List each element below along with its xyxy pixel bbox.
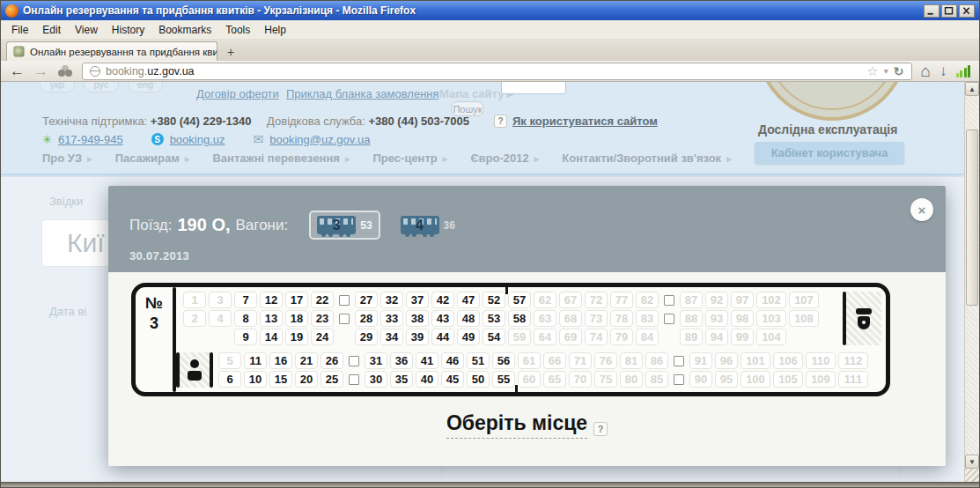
seat-50[interactable]: 50 bbox=[467, 371, 490, 388]
compartment-checkbox[interactable] bbox=[339, 295, 350, 306]
seat-25[interactable]: 25 bbox=[321, 371, 343, 388]
seat-6[interactable]: 6 bbox=[218, 371, 241, 388]
nav-item-5[interactable]: Контакти/Зворотний зв'язок ▸ bbox=[562, 152, 731, 165]
seat-11[interactable]: 11 bbox=[244, 352, 267, 369]
seat-37[interactable]: 37 bbox=[406, 292, 429, 308]
close-window-button[interactable] bbox=[959, 4, 975, 18]
compartment-checkbox[interactable] bbox=[664, 314, 674, 324]
seat-58[interactable]: 58 bbox=[508, 310, 531, 327]
order-sample-link[interactable]: Приклад бланка замовлення bbox=[286, 87, 439, 100]
seat-24[interactable]: 24 bbox=[311, 329, 334, 345]
lang-button-2[interactable]: eng bbox=[128, 82, 163, 92]
seat-21[interactable]: 21 bbox=[295, 352, 318, 369]
seat-52[interactable]: 52 bbox=[483, 292, 505, 308]
prompt-help-icon[interactable]: ? bbox=[593, 422, 608, 436]
seat-40[interactable]: 40 bbox=[416, 371, 438, 388]
lang-button-0[interactable]: укр bbox=[40, 82, 75, 92]
email-link[interactable]: booking@uz.gov.ua bbox=[269, 133, 370, 146]
nav-item-1[interactable]: Пасажирам ▸ bbox=[115, 152, 190, 165]
seat-17[interactable]: 17 bbox=[285, 292, 308, 308]
seat-14[interactable]: 14 bbox=[260, 329, 283, 345]
seat-28[interactable]: 28 bbox=[355, 310, 378, 327]
tab-groups-icon[interactable] bbox=[57, 65, 73, 77]
seat-57[interactable]: 57 bbox=[508, 292, 531, 308]
seat-41[interactable]: 41 bbox=[416, 352, 438, 369]
seat-48[interactable]: 48 bbox=[457, 310, 480, 327]
seat-26[interactable]: 26 bbox=[321, 352, 343, 369]
url-text[interactable]: booking.uz.gov.ua bbox=[106, 65, 861, 78]
nav-item-4[interactable]: Євро-2012 ▸ bbox=[470, 152, 539, 165]
seat-49[interactable]: 49 bbox=[457, 329, 480, 345]
seat-51[interactable]: 51 bbox=[467, 352, 490, 369]
seat-44[interactable]: 44 bbox=[431, 329, 454, 345]
seat-12[interactable]: 12 bbox=[260, 292, 283, 308]
seat-47[interactable]: 47 bbox=[457, 292, 480, 308]
page-scrollbar[interactable]: ▲ ▼ bbox=[964, 82, 979, 482]
nav-item-2[interactable]: Вантажні перевезення ▸ bbox=[212, 152, 350, 165]
compartment-checkbox[interactable] bbox=[339, 314, 350, 324]
download-icon[interactable]: ↓ bbox=[939, 63, 947, 78]
lang-button-1[interactable]: рус bbox=[84, 82, 119, 92]
seat-53[interactable]: 53 bbox=[483, 310, 505, 327]
seat-23[interactable]: 23 bbox=[311, 310, 334, 327]
seat-35[interactable]: 35 bbox=[390, 371, 413, 388]
scroll-down-icon[interactable]: ▼ bbox=[965, 455, 979, 469]
seat-38[interactable]: 38 bbox=[406, 310, 429, 327]
minimize-button[interactable] bbox=[924, 4, 939, 18]
car-tab-4[interactable]: 436 bbox=[393, 211, 463, 240]
seat-33[interactable]: 33 bbox=[380, 310, 403, 327]
menu-item-5[interactable]: Tools bbox=[218, 22, 257, 38]
seat-29[interactable]: 29 bbox=[355, 329, 378, 345]
car-tab-3[interactable]: 353 bbox=[309, 211, 379, 240]
maximize-button[interactable] bbox=[941, 4, 957, 18]
close-icon[interactable]: × bbox=[910, 198, 933, 221]
seat-36[interactable]: 36 bbox=[390, 352, 413, 369]
how-to-link[interactable]: Як користуватися сайтом bbox=[512, 115, 658, 128]
nav-item-3[interactable]: Прес-центр ▸ bbox=[373, 152, 448, 165]
url-dropdown-icon[interactable]: ▾ bbox=[884, 66, 888, 76]
seat-39[interactable]: 39 bbox=[406, 329, 429, 345]
icq-link[interactable]: 617-949-945 bbox=[58, 133, 123, 146]
menu-item-2[interactable]: View bbox=[68, 22, 105, 38]
menu-item-3[interactable]: History bbox=[105, 22, 151, 38]
menu-item-4[interactable]: Bookmarks bbox=[151, 22, 218, 38]
seat-45[interactable]: 45 bbox=[441, 371, 464, 388]
menu-item-1[interactable]: Edit bbox=[35, 22, 68, 38]
forward-icon[interactable]: → bbox=[33, 63, 48, 78]
seat-18[interactable]: 18 bbox=[285, 310, 308, 327]
seat-46[interactable]: 46 bbox=[441, 352, 464, 369]
seat-34[interactable]: 34 bbox=[380, 329, 403, 345]
skype-link[interactable]: booking.uz bbox=[170, 133, 225, 146]
seat-15[interactable]: 15 bbox=[269, 371, 292, 388]
seat-19[interactable]: 19 bbox=[285, 329, 308, 345]
seat-20[interactable]: 20 bbox=[295, 371, 318, 388]
seat-10[interactable]: 10 bbox=[244, 371, 267, 388]
network-signal-icon[interactable] bbox=[956, 65, 971, 78]
compartment-checkbox[interactable] bbox=[674, 356, 684, 366]
menu-item-0[interactable]: File bbox=[4, 22, 35, 38]
resize-grip[interactable] bbox=[965, 469, 979, 482]
bookmark-star-icon[interactable]: ☆ bbox=[866, 64, 878, 78]
seat-56[interactable]: 56 bbox=[492, 352, 515, 369]
scroll-up-icon[interactable]: ▲ bbox=[965, 82, 979, 96]
nav-item-0[interactable]: Про УЗ ▸ bbox=[42, 152, 92, 165]
home-icon[interactable]: ⌂ bbox=[921, 63, 931, 79]
seat-7[interactable]: 7 bbox=[234, 292, 257, 308]
user-cabinet-button[interactable]: Кабінет користувача bbox=[755, 142, 904, 164]
seat-8[interactable]: 8 bbox=[234, 310, 257, 327]
url-bar[interactable]: booking.uz.gov.ua ☆ ▾ ↻ bbox=[82, 63, 912, 80]
seat-31[interactable]: 31 bbox=[365, 352, 387, 369]
scrollbar-track[interactable] bbox=[965, 96, 979, 455]
compartment-checkbox[interactable] bbox=[664, 295, 674, 306]
reload-icon[interactable]: ↻ bbox=[894, 64, 904, 78]
back-icon[interactable]: ← bbox=[10, 63, 25, 78]
browser-tab[interactable]: Онлайн резервування та придбання квит... bbox=[6, 41, 217, 61]
seat-55[interactable]: 55 bbox=[492, 371, 515, 388]
new-tab-button[interactable]: + bbox=[220, 43, 241, 61]
seat-30[interactable]: 30 bbox=[365, 371, 387, 388]
compartment-checkbox[interactable] bbox=[349, 374, 359, 385]
seat-43[interactable]: 43 bbox=[431, 310, 454, 327]
seat-13[interactable]: 13 bbox=[260, 310, 283, 327]
seat-54[interactable]: 54 bbox=[483, 329, 505, 345]
compartment-checkbox[interactable] bbox=[674, 374, 684, 385]
